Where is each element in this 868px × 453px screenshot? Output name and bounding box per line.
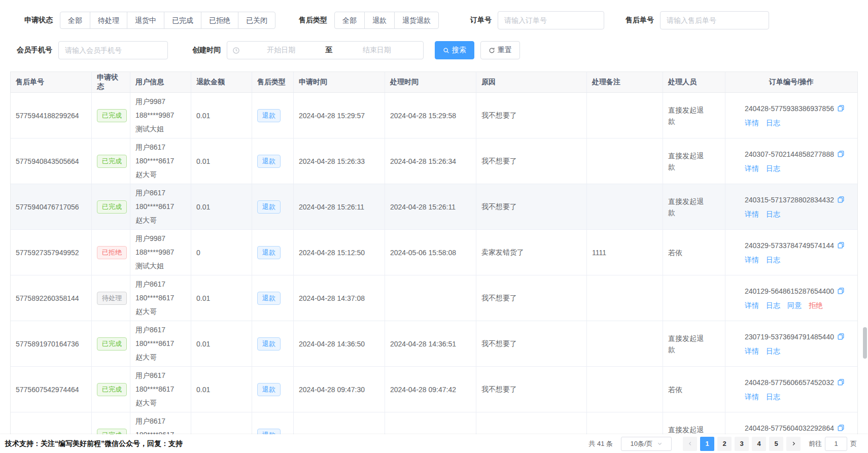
table-header: 售后单号申请状态用户信息退款金额售后类型申请时间处理时间原因处理备注处理人员订单… [11,72,857,93]
handler-name: 直接发起退款 [668,104,705,127]
user-info-line: 180****8617 [135,154,174,168]
page-button-5[interactable]: 5 [769,437,783,451]
action-detail[interactable]: 详情 [745,254,759,266]
copy-icon[interactable] [837,104,845,112]
goto-page-input[interactable] [825,437,847,451]
page-button-3[interactable]: 3 [735,437,749,451]
page-button-2[interactable]: 2 [717,437,732,451]
type-badge: 退款 [257,292,281,305]
column-header-label: 退款金额 [196,78,225,87]
aftersale-id: 5775892260358144 [16,294,79,302]
reason-cell: 卖家发错货了 [476,230,587,275]
action-detail[interactable]: 详情 [745,117,759,129]
reset-button[interactable]: 重置 [480,41,520,59]
aftersale-no-input[interactable] [660,11,769,29]
status-cell: 已完成 [92,93,130,138]
apply-time-cell: 2024-04-28 14:36:50 [294,321,385,366]
remark-cell [587,367,663,412]
column-header-9: 处理人员 [663,72,725,92]
column-header-label: 处理人员 [668,78,697,87]
order-number: 240307-5702144858277888 [745,148,834,160]
next-page-button[interactable] [786,437,801,451]
apply-status-option-4[interactable]: 已拒绝 [201,12,238,29]
action-log[interactable]: 日志 [766,254,780,266]
order-line: 240129-5648615287654400 [745,285,845,297]
page-button-1[interactable]: 1 [700,437,714,451]
apply-status-option-3[interactable]: 已完成 [164,12,201,29]
search-button[interactable]: 搜索 [435,41,474,59]
user-info-line: 180****8617 [135,382,174,396]
start-date-placeholder[interactable]: 开始日期 [240,46,323,55]
order-actions-cell: 240428-5775606657452032详情日志 [725,367,857,412]
page-size-value: 10条/页 [630,439,652,448]
action-log[interactable]: 日志 [766,208,780,220]
date-range-picker[interactable]: 开始日期 至 结束日期 [227,41,424,59]
action-detail[interactable]: 详情 [745,162,759,175]
copy-icon[interactable] [837,241,845,249]
page-size-select[interactable]: 10条/页 [621,437,672,451]
action-log[interactable]: 日志 [766,117,780,129]
action-approve[interactable]: 同意 [787,299,802,311]
order-number: 240428-5775938386937856 [745,102,834,115]
aftersale-type-option-2[interactable]: 退货退款 [394,12,439,29]
chevron-right-icon [791,441,796,446]
user-info-line: 用户8617 [135,186,165,200]
refund-amount-cell: 0.01 [191,184,252,229]
apply-status-option-5[interactable]: 已关闭 [238,12,275,29]
column-header-5: 申请时间 [294,72,385,92]
order-no-input[interactable] [498,11,604,29]
copy-icon[interactable] [837,333,845,340]
aftersale-type-option-0[interactable]: 全部 [334,12,365,29]
copy-icon[interactable] [837,150,845,158]
aftersale-id-cell: 5775607542974464 [11,367,92,412]
member-phone-input[interactable] [58,41,168,59]
refund-amount-cell: 0.01 [191,321,252,366]
apply-time-cell: 2024-04-28 15:29:57 [294,93,385,138]
copy-icon[interactable] [837,424,845,432]
user-info-line: 188****9987 [135,109,174,122]
action-log[interactable]: 日志 [766,299,780,311]
page-button-4[interactable]: 4 [752,437,766,451]
user-info-line: 赵大哥 [135,214,157,227]
prev-page-button[interactable] [683,437,697,451]
remark-cell [587,138,663,184]
apply-status-option-2[interactable]: 退货中 [127,12,164,29]
action-log[interactable]: 日志 [766,345,780,357]
table-row: 5775892260358144待处理用户8617180****8617赵大哥0… [11,275,857,321]
chevron-left-icon [687,441,693,446]
table-row: 5775891970164736已完成用户8617180****8617赵大哥0… [11,321,857,367]
reason-cell: 我不想要了 [476,275,587,321]
action-detail[interactable]: 详情 [745,208,759,220]
aftersale-id-cell: 5775891970164736 [11,321,92,366]
apply-status-option-0[interactable]: 全部 [60,12,90,29]
column-header-label: 售后单号 [16,78,44,87]
copy-icon[interactable] [837,196,845,203]
user-info-line: 180****8617 [135,291,174,305]
copy-icon[interactable] [837,287,845,295]
aftersale-type-option-1[interactable]: 退款 [364,12,395,29]
action-detail[interactable]: 详情 [745,345,759,357]
handle-time: 2024-04-28 09:47:42 [390,386,456,394]
handler-cell: 若依 [663,367,725,412]
order-no-label: 订单号 [470,16,492,25]
action-detail[interactable]: 详情 [745,391,759,403]
handler-name: 直接发起退款 [668,333,705,355]
scrollbar-thumb[interactable] [863,327,867,359]
status-badge: 已完成 [97,383,127,396]
remark-text: 1111 [592,249,606,257]
remark-cell [587,93,663,138]
row-actions: 详情日志 [745,391,780,403]
action-detail[interactable]: 详情 [745,299,759,311]
action-log[interactable]: 日志 [766,391,780,403]
apply-status-option-1[interactable]: 待处理 [90,12,127,29]
action-reject[interactable]: 拒绝 [809,299,823,311]
column-header-2: 用户信息 [130,72,191,92]
type-cell: 退款 [252,138,294,184]
action-log[interactable]: 日志 [766,162,780,175]
refund-amount: 0.01 [196,203,210,211]
user-info-cell: 用户8617180****8617赵大哥 [130,138,191,184]
copy-icon[interactable] [837,378,845,386]
row-actions: 详情日志 [745,117,780,129]
type-cell: 退款 [252,230,294,275]
end-date-placeholder[interactable]: 结束日期 [336,46,419,55]
